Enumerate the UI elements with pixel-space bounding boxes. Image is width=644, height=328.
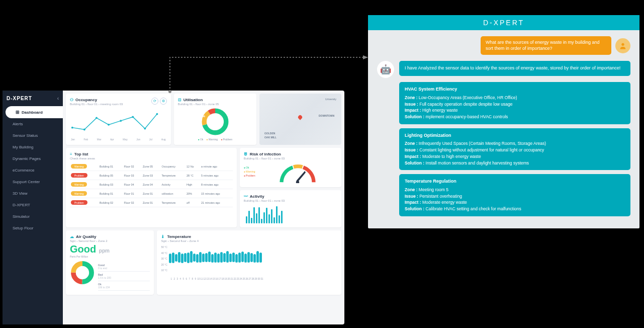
toplist-sub: Check these areas (70, 157, 233, 160)
sidebar-header: D-XPERT ‹ (3, 91, 63, 106)
toplist-card: ≡Top list Check these areas WarningBuild… (66, 148, 237, 227)
svg-point-5 (132, 116, 134, 118)
legend-warn: Warning (206, 138, 218, 141)
sidebar-item-my-building[interactable]: My Building (3, 141, 63, 153)
svg-point-0 (71, 127, 73, 129)
svg-point-7 (156, 113, 158, 115)
airq-value: Good ppm (70, 243, 150, 255)
sidebar-item-dashboard[interactable]: Dashboard (6, 106, 63, 118)
location-map[interactable]: University GOLDEN OAK MILL DOWNTOWN (259, 94, 341, 145)
airq-breadcrumb: Sgic › Second floor › Zone 2 (70, 239, 150, 242)
user-avatar (615, 38, 630, 53)
user-message: What are the sources of energy waste in … (481, 36, 611, 55)
airq-donut (70, 260, 95, 285)
svg-point-12 (296, 181, 299, 183)
thermometer-icon: 🌡 (161, 234, 165, 239)
focus-icon: ⊡ (178, 98, 181, 102)
chat-header: D-XPERT (368, 15, 639, 30)
utilisation-breadcrumb: Building 01 › floor 01 › zone 05 (178, 103, 252, 106)
cloud-icon: ☁ (70, 234, 74, 239)
pulse-icon: 〰 (244, 194, 248, 199)
risk-card: ⛨Risk of infection Building 01 › floor 0… (240, 148, 341, 187)
svg-point-3 (108, 124, 110, 126)
bot-intro-message: I have Analyzed the sensor data to ident… (399, 61, 630, 76)
svg-marker-11 (297, 171, 306, 182)
toplist-table: WarningBuilding 01Floor 02Zone 05Occupan… (70, 162, 233, 207)
sidebar-item-support-center[interactable]: Support Center (3, 176, 63, 188)
activity-title: 〰Activity (244, 194, 337, 199)
shield-icon: ⛨ (244, 152, 248, 156)
utilisation-card: ⊡Utilisation Building 01 › floor 01 › zo… (174, 94, 256, 145)
sidebar-item-3d-view[interactable]: 3D View (3, 188, 63, 199)
airq-title: ☁Air Quality (70, 234, 150, 239)
util-warn-pct: 20% (199, 115, 205, 118)
svg-point-6 (144, 128, 146, 130)
legend-problem: Problem (221, 138, 232, 141)
airq-legend: Good0 to endBad1.5 k to 200Ok106 to 234 (98, 262, 150, 291)
sidebar-item-setup-floor[interactable]: Setup Floor (3, 222, 63, 234)
dashboard-window: D-XPERT ‹ DashboardAlertsSensor StatusMy… (3, 91, 344, 324)
temp-yaxis: 50 °C40 °C30 °C20 °C10 °C (161, 244, 169, 278)
chat-window: D-XPERT What are the sources of energy w… (368, 15, 639, 228)
occupancy-xaxis: JanFebMarAprMayJunJulAug (70, 138, 167, 141)
activity-chart (244, 205, 337, 223)
table-row[interactable]: ProblemBuilding 02Floor 02Zone 01Tempret… (70, 198, 233, 207)
temp-breadcrumb: Sgic › Second floor › Zone 4 (161, 239, 337, 242)
util-ok-pct: 70% (220, 134, 226, 137)
airq-unit-label: Parts Per Million (70, 255, 150, 258)
user-message-row: What are the sources of energy waste in … (377, 36, 630, 55)
table-row[interactable]: ProblemBuilding 05Floor 03Zone 03Tempret… (70, 171, 233, 180)
temperature-card: 🌡Temperature Sgic › Second floor › Zone … (157, 230, 341, 295)
table-row[interactable]: WarningBuilding 03Floor 04Zone 04Activit… (70, 180, 233, 189)
svg-marker-17 (363, 55, 368, 59)
people-icon: ⚇ (70, 98, 73, 102)
bot-avatar: 🤖 (377, 61, 394, 78)
bot-section: HVAC System Efficiency Zone : Low-Occupa… (399, 82, 630, 124)
legend-ok: Ok (198, 138, 203, 141)
occupancy-card: ⟳ ⚙ ⚇Occupancy Building 01 › floor 01 › … (66, 94, 171, 145)
activity-breadcrumb: Building 01 › floor 01 › zone 03 (244, 199, 337, 202)
brand-logo: D-XPERT (7, 96, 32, 101)
utilisation-title: ⊡Utilisation (178, 98, 252, 102)
sidebar-item-dynamic-pages[interactable]: Dynamic Pages (3, 153, 63, 165)
toplist-title: ≡Top list (70, 152, 233, 156)
settings-icon[interactable]: ⚙ (160, 98, 167, 105)
collapse-icon[interactable]: ‹ (57, 96, 59, 101)
bot-section: Temperature Regulation Zone : Meeting ro… (399, 174, 630, 216)
sidebar-item-d-xpert[interactable]: D-XPERT (3, 199, 63, 211)
svg-point-2 (96, 117, 98, 119)
risk-legend: Ok Warning Problem (244, 166, 255, 178)
utilisation-donut: 10% 20% 70% (201, 108, 229, 136)
sidebar-item-simulator[interactable]: Simulator (3, 211, 63, 222)
sidebar-item-sensor-status[interactable]: Sensor Status (3, 130, 63, 141)
svg-point-1 (83, 129, 85, 131)
bot-section: Lighting Optimization Zone : Infrequentl… (399, 128, 630, 171)
refresh-icon[interactable]: ⟳ (151, 98, 158, 105)
risk-gauge (278, 162, 318, 183)
table-row[interactable]: WarningBuilding 01Floor 01Zone 01utilisa… (70, 189, 233, 198)
temp-title: 🌡Temperature (161, 234, 337, 239)
sidebar-item-alerts[interactable]: Alerts (3, 118, 63, 130)
utilisation-legend: Ok Warning Problem (178, 138, 252, 141)
list-icon: ≡ (70, 152, 72, 156)
temp-chart (169, 244, 337, 278)
sidebar: D-XPERT ‹ DashboardAlertsSensor StatusMy… (3, 91, 63, 324)
sidebar-item-ecommerce[interactable]: eCommerce (3, 165, 63, 176)
robot-icon: 🤖 (380, 64, 391, 75)
bot-message-row: 🤖 I have Analyzed the sensor data to ide… (377, 61, 630, 78)
temp-xaxis: 1234567891011121314151617181920212223242… (170, 278, 337, 280)
chat-body: What are the sources of energy waste in … (368, 30, 639, 228)
connector-arrow (168, 54, 368, 94)
table-row[interactable]: WarningBuilding 01Floor 02Zone 05Occupan… (70, 162, 233, 171)
air-quality-card: ☁Air Quality Sgic › Second floor › Zone … (66, 230, 154, 295)
risk-title: ⛨Risk of infection (244, 152, 337, 156)
util-prob-pct: 10% (224, 109, 230, 112)
dashboard-main: ⟳ ⚙ ⚇Occupancy Building 01 › floor 01 › … (63, 91, 344, 324)
svg-point-4 (120, 120, 122, 122)
occupancy-chart (70, 109, 167, 137)
svg-point-18 (621, 43, 624, 45)
activity-card: 〰Activity Building 01 › floor 01 › zone … (240, 190, 341, 227)
